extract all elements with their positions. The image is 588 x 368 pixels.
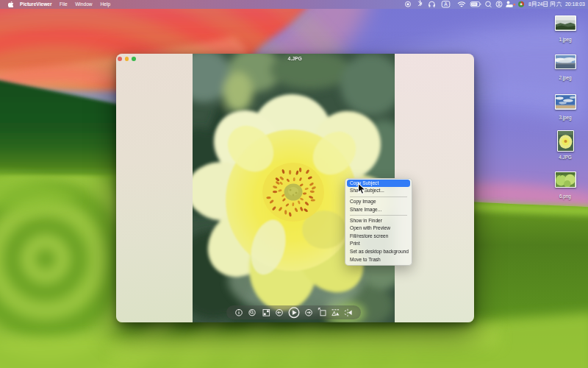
svg-text:A: A [444,1,448,7]
svg-text:24: 24 [537,1,543,7]
svg-text:8: 8 [528,1,531,7]
svg-text:20:18:03: 20:18:03 [565,1,585,7]
